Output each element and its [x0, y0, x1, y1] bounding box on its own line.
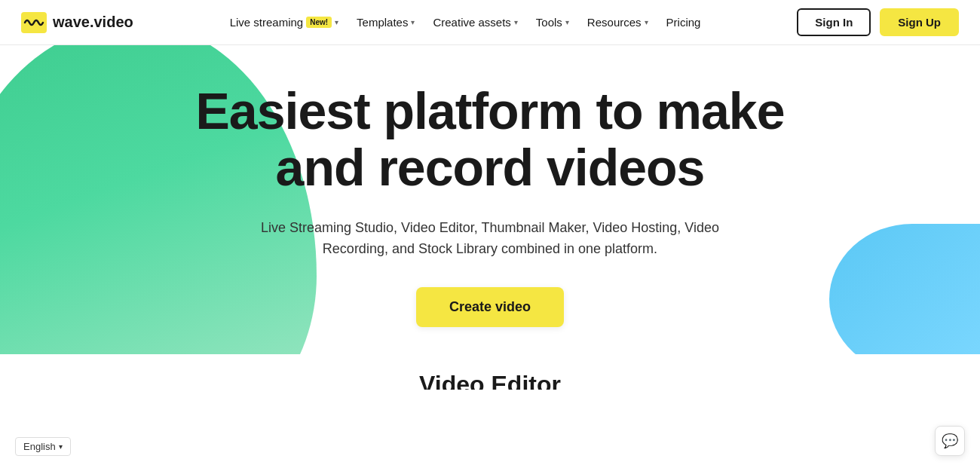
language-label: English [23, 441, 56, 452]
chevron-icon: ▾ [335, 18, 338, 26]
logo-text: wave.video [53, 14, 133, 31]
nav-link-templates[interactable]: Templates ▾ [349, 11, 422, 33]
navbar: wave.video Live streaming New! ▾ Templat… [0, 0, 980, 45]
nav-actions: Sign In Sign Up [797, 8, 959, 36]
hero-content: Easiest platform to make and record vide… [196, 83, 785, 327]
new-badge: New! [306, 17, 332, 28]
chevron-icon: ▾ [565, 18, 569, 26]
editor-section-title: Video Editor [419, 371, 561, 390]
nav-link-resources[interactable]: Resources ▾ [580, 11, 656, 33]
nav-link-tools[interactable]: Tools ▾ [528, 11, 577, 33]
nav-links: Live streaming New! ▾ Templates ▾ Creati… [222, 11, 709, 33]
create-video-button[interactable]: Create video [416, 287, 564, 327]
editor-section: Video Editor wave.video Promo video ··· [0, 354, 980, 390]
chevron-icon: ▾ [411, 18, 415, 26]
chevron-icon: ▾ [514, 18, 518, 26]
signin-button[interactable]: Sign In [797, 8, 871, 36]
signup-button[interactable]: Sign Up [880, 8, 959, 36]
chevron-icon: ▾ [645, 18, 648, 26]
language-chevron-icon: ▾ [59, 442, 63, 451]
chat-icon: 💬 [942, 433, 958, 449]
nav-link-creative-assets[interactable]: Creative assets ▾ [425, 11, 525, 33]
hero-section: Easiest platform to make and record vide… [0, 45, 980, 390]
logo-link[interactable]: wave.video [21, 12, 133, 33]
hero-title: Easiest platform to make and record vide… [196, 83, 785, 196]
language-selector[interactable]: English ▾ [15, 437, 71, 456]
hero-subtitle: Live Streaming Studio, Video Editor, Thu… [256, 217, 724, 261]
blob-blue-decoration [829, 224, 980, 375]
nav-link-live-streaming[interactable]: Live streaming New! ▾ [222, 11, 346, 33]
logo-icon [21, 12, 47, 33]
chat-widget[interactable]: 💬 [935, 426, 965, 456]
nav-link-pricing[interactable]: Pricing [659, 11, 709, 33]
